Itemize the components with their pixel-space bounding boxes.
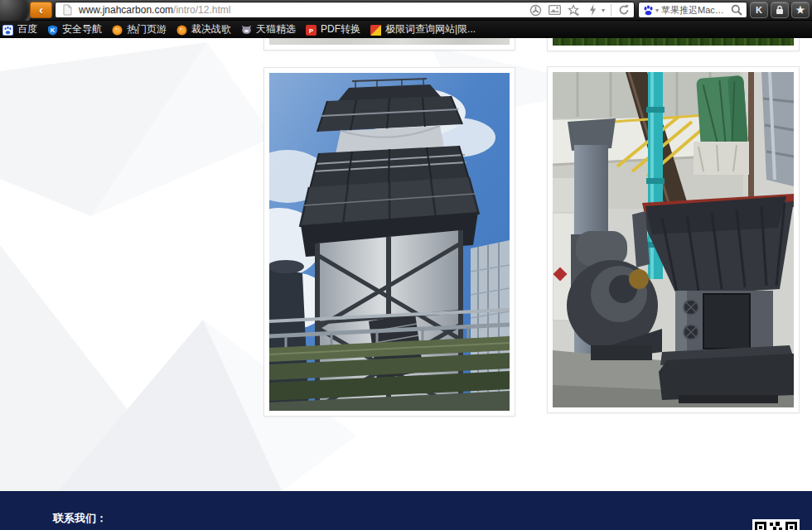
previous-photo-concrete-strip xyxy=(269,38,510,45)
bookmark-label: 安全导航 xyxy=(62,22,102,36)
search-box[interactable]: ▾ 苹果推迟MacBook... xyxy=(638,2,747,18)
extensions-caret-icon[interactable]: ▾ xyxy=(602,7,605,14)
previous-photo-grass-strip xyxy=(553,38,794,46)
security-shield-icon: K xyxy=(47,24,58,35)
refresh-icon[interactable] xyxy=(617,3,631,17)
bookmark-pdf-convert[interactable]: P PDF转换 xyxy=(306,22,360,36)
photo-card xyxy=(547,66,800,413)
bookmark-tmall[interactable]: 天猫精选 xyxy=(241,22,296,36)
bookmark-limit-word-query[interactable]: 极限词查询网站|限... xyxy=(370,22,476,36)
photo-card-cropped xyxy=(263,38,515,51)
pdf-icon: P xyxy=(306,24,317,35)
back-button[interactable]: ‹ xyxy=(30,2,52,18)
search-suggestion-text[interactable]: 苹果推迟MacBook... xyxy=(661,4,728,17)
extensions-lightning-icon[interactable] xyxy=(587,3,600,17)
address-bar[interactable]: www.jnahcarbon.com/intro/12.html ▾ xyxy=(55,2,635,18)
qr-code xyxy=(752,519,800,530)
bookmarks-bar: 百度 K 安全导航 热门页游 裁决战歌 天猫精选 xyxy=(0,21,812,38)
bookmark-label: 百度 xyxy=(17,22,37,36)
baidu-paw-icon xyxy=(2,24,13,35)
url-host: www.jnahcarbon.com xyxy=(79,4,173,16)
plugin-blocker-icon[interactable] xyxy=(529,3,543,17)
desulfurization-tower-photo xyxy=(269,73,510,411)
page-document-icon xyxy=(60,3,74,17)
k-account-button[interactable]: K xyxy=(750,2,768,18)
browser-window: ‹ www.jnahcarbon.com/intro/12.html ▾ xyxy=(0,0,812,530)
bookmark-game-song[interactable]: 裁决战歌 xyxy=(176,22,231,36)
toolbar-divider xyxy=(611,4,611,16)
game-coin-icon xyxy=(176,24,187,35)
bookmark-label: 天猫精选 xyxy=(256,22,296,36)
tmall-cat-icon xyxy=(241,24,252,35)
bookmark-label: 极限词查询网站|限... xyxy=(385,22,476,36)
engine-dropdown-caret-icon[interactable]: ▾ xyxy=(655,7,659,14)
add-favorite-star-icon[interactable] xyxy=(568,3,581,17)
url-path: /intro/12.html xyxy=(173,4,230,16)
snapshot-image-icon[interactable] xyxy=(549,3,562,17)
contact-us-label: 联系我们： xyxy=(53,511,107,526)
red-yellow-flag-icon xyxy=(370,24,381,35)
bookmark-baidu[interactable]: 百度 xyxy=(2,22,37,36)
game-coin-icon xyxy=(112,24,123,35)
bookmark-label: 裁决战歌 xyxy=(191,22,231,36)
photo-card-cropped xyxy=(547,38,800,51)
svg-text:P: P xyxy=(309,27,314,35)
favorites-star-button[interactable]: ★ xyxy=(791,2,810,18)
bookmark-hot-games[interactable]: 热门页游 xyxy=(112,22,167,36)
photo-card xyxy=(263,67,515,417)
bookmark-label: 热门页游 xyxy=(127,22,167,36)
lock-privacy-button[interactable] xyxy=(771,2,789,18)
bookmark-label: PDF转换 xyxy=(321,22,360,36)
grinding-mill-workshop-photo xyxy=(553,72,794,407)
svg-text:K: K xyxy=(51,26,56,34)
url-text: www.jnahcarbon.com/intro/12.html xyxy=(79,4,230,16)
search-magnifier-icon[interactable] xyxy=(730,3,743,17)
bookmark-safe-nav[interactable]: K 安全导航 xyxy=(47,22,102,36)
page-footer: 联系我们： xyxy=(0,491,812,530)
browser-toolbar: ‹ www.jnahcarbon.com/intro/12.html ▾ xyxy=(0,0,812,21)
baidu-engine-icon[interactable] xyxy=(643,5,654,16)
webpage-content xyxy=(0,38,812,491)
